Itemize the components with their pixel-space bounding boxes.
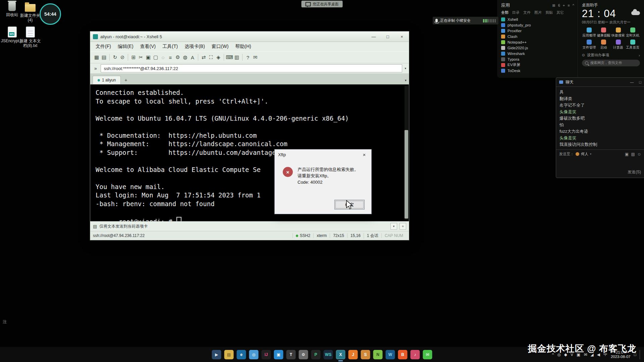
minimize-button[interactable]: — (367, 32, 381, 42)
assistant-search-box[interactable]: 搜索网页，查找文件 (582, 60, 640, 66)
video-player[interactable]: ▶ (212, 350, 221, 359)
launcher-app-item[interactable]: EV录屏 (501, 62, 574, 68)
web-icon[interactable]: ◍ (181, 53, 189, 61)
recorder-timer-bubble[interactable]: 54:44 (40, 3, 61, 25)
send-mode-dropdown[interactable]: ▾ (390, 223, 397, 230)
screen-share-bar[interactable]: 您正在共享桌面 (302, 1, 343, 7)
transfer-icon[interactable]: ⇄ (200, 53, 207, 61)
settings-tool[interactable]: ⚙ (299, 350, 308, 359)
photos[interactable]: ▣ (274, 350, 283, 359)
notepad-plus[interactable]: N (373, 350, 383, 359)
launcher-tab[interactable]: 图片 (534, 10, 542, 15)
address-dropdown-icon[interactable]: ▾ (405, 67, 406, 70)
desktop-icon-new-folder[interactable]: 新建文件夹(4) (19, 2, 41, 22)
launcher-app-item[interactable]: Typora (501, 56, 574, 62)
menu-item[interactable]: 查看(V) (137, 43, 159, 51)
session-tab[interactable]: 1 aliyun (93, 76, 121, 84)
menu-item[interactable]: 工具(T) (159, 43, 181, 51)
launcher-app-item[interactable]: ToDesk (501, 68, 574, 73)
typora[interactable]: T (286, 350, 296, 359)
assistant-tool[interactable]: 定时关机 (626, 27, 640, 38)
file-explorer[interactable]: ▤ (224, 350, 234, 359)
launcher-app-item[interactable]: Wireshark (501, 51, 574, 56)
terminal-scrollbar[interactable] (405, 86, 408, 220)
launcher-tab[interactable]: 剪贴 (545, 10, 553, 15)
properties-icon[interactable]: ⚙ (174, 53, 181, 61)
menu-item[interactable]: 编辑(E) (114, 43, 137, 51)
print-icon[interactable]: ≡ (167, 53, 174, 61)
webstorm[interactable]: WS (324, 350, 333, 359)
list-view-icon[interactable]: ≡ (568, 3, 570, 8)
image-attach-icon[interactable]: ▣ (625, 152, 629, 157)
chrome-browser[interactable]: ◎ (249, 350, 259, 359)
grid-view-icon[interactable]: ⊞ (552, 3, 555, 8)
wireshark[interactable]: W (386, 350, 395, 359)
menu-item[interactable]: 文件(F) (92, 43, 114, 51)
wechat[interactable]: ✉ (423, 350, 432, 359)
find-icon[interactable]: ◌ (159, 53, 167, 61)
add-icon[interactable]: + (563, 3, 565, 8)
assistant-tool[interactable]: 文件管理 (582, 40, 596, 50)
chat-input-area[interactable] (556, 159, 644, 170)
paste-icon[interactable]: ▢ (152, 53, 159, 61)
edge-browser[interactable]: e (237, 350, 246, 359)
chat-send-button[interactable]: 发送(S) (556, 169, 644, 178)
sep[interactable] (109, 54, 110, 61)
sep[interactable] (198, 54, 198, 61)
member-icon[interactable]: ☺ (637, 152, 641, 157)
launcher-tab[interactable]: 全部 (501, 10, 508, 15)
file-attach-icon[interactable]: ▤ (631, 152, 635, 157)
menu-item[interactable]: 选项卡(B) (181, 43, 208, 51)
assistant-tool[interactable]: 计算器 (611, 40, 625, 50)
launcher-app-item[interactable]: Proxifier (501, 28, 574, 34)
launcher-tab[interactable]: 文件 (523, 10, 531, 15)
pycharm[interactable]: P (311, 350, 321, 359)
dialog-title-bar[interactable]: Xftp × (275, 149, 371, 160)
chat-minimize-button[interactable]: — (630, 80, 634, 84)
message-icon[interactable]: ✉ (252, 53, 259, 61)
recipient-selector[interactable]: 何人 (581, 152, 588, 157)
quick-connect-icon[interactable]: » (93, 66, 98, 71)
recording-indicator[interactable]: 正在录制 小猪安全 (433, 17, 498, 24)
burpsuite[interactable]: B (398, 350, 408, 359)
assistant-tool[interactable]: 健康提醒 (596, 27, 611, 38)
music-player[interactable]: ♪ (411, 350, 420, 359)
send-list-button[interactable]: ≡ (399, 223, 406, 230)
chat-title-bar[interactable]: 聊天 — □ (556, 78, 644, 87)
scrollbar-thumb[interactable] (405, 130, 408, 219)
chat-restore-button[interactable]: □ (639, 80, 641, 84)
sep[interactable] (224, 54, 224, 61)
launcher-app-item[interactable]: Xshell (501, 16, 574, 22)
todo-chevron-icon[interactable]: › (639, 53, 640, 57)
cut-icon[interactable]: ✂ (137, 53, 145, 61)
sep[interactable] (242, 54, 243, 61)
assistant-tool[interactable]: 应用整理 (582, 27, 596, 38)
assistant-tool[interactable]: 快捷搜索 (611, 27, 625, 38)
java-app[interactable]: J (348, 350, 358, 359)
fullscreen-icon[interactable]: ⛶ (207, 53, 215, 61)
layout-icon[interactable]: ▥ (233, 53, 240, 61)
disconnect-icon[interactable]: ⊘ (119, 53, 126, 61)
launcher-app-item[interactable]: phpstudy_pro (501, 22, 574, 28)
launcher-tab[interactable]: 其它 (556, 10, 564, 15)
recipient-dropdown-icon[interactable]: ▾ (590, 153, 591, 156)
collapse-icon[interactable]: ^ (573, 3, 574, 8)
launcher-app-item[interactable]: Gide2020.js (501, 45, 574, 51)
close-button[interactable]: × (395, 32, 409, 42)
assistant-tool[interactable]: 启动 (596, 40, 611, 50)
menu-item[interactable]: 窗口(W) (208, 43, 232, 51)
assistant-tool[interactable]: 工具首页 (626, 40, 640, 50)
xshell[interactable]: X (336, 350, 345, 359)
lock-icon[interactable]: ◈ (215, 53, 222, 61)
launcher-app-item[interactable]: Clash (501, 34, 574, 39)
reconnect-icon[interactable]: ↻ (111, 53, 119, 61)
show-desktop-button[interactable] (640, 350, 641, 359)
font-icon[interactable]: A (189, 53, 196, 61)
xshell-title-bar[interactable]: aliyun - root@xiaodi:~ - Xshell 5 — □ × (90, 32, 409, 42)
duplicate-session-icon[interactable]: ⊞ (130, 53, 137, 61)
new-session-icon[interactable]: ▦ (93, 53, 100, 61)
launcher-app-item[interactable]: Notepad++ (501, 39, 574, 45)
maximize-button[interactable]: □ (381, 32, 395, 42)
new-tab-button[interactable]: + (122, 77, 129, 83)
launcher-tab[interactable]: 目录 (512, 10, 520, 15)
